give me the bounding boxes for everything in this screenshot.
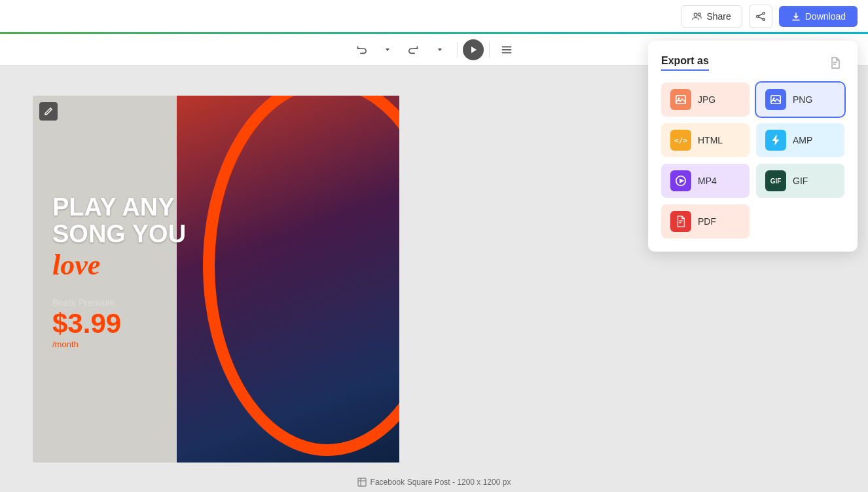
pdf-label: PDF bbox=[698, 216, 716, 227]
resize-icon bbox=[357, 478, 367, 487]
gif-label: GIF bbox=[793, 176, 808, 186]
toolbar-separator bbox=[457, 42, 458, 58]
undo-button[interactable] bbox=[350, 38, 373, 62]
amp-label: AMP bbox=[793, 135, 812, 145]
export-jpg-option[interactable]: JPG bbox=[661, 83, 750, 117]
redo-dropdown-button[interactable] bbox=[428, 38, 452, 62]
png-label: PNG bbox=[793, 94, 812, 105]
export-amp-option[interactable]: AMP bbox=[756, 123, 844, 157]
svg-point-2 bbox=[763, 12, 765, 14]
share-network-button[interactable] bbox=[749, 5, 772, 28]
export-gif-option[interactable]: GIF GIF bbox=[756, 164, 844, 198]
canvas-period: /month bbox=[52, 339, 186, 349]
export-mp4-option[interactable]: MP4 bbox=[661, 164, 750, 198]
pdf-icon bbox=[670, 211, 691, 232]
canvas-size-label: Facebook Square Post - 1200 x 1200 px bbox=[371, 478, 511, 487]
menu-button[interactable] bbox=[495, 38, 518, 62]
users-icon bbox=[692, 11, 702, 22]
html-label: HTML bbox=[698, 135, 723, 145]
redo-button[interactable] bbox=[402, 38, 425, 62]
svg-point-0 bbox=[695, 13, 698, 16]
export-title: Export as bbox=[661, 55, 709, 71]
undo-icon bbox=[355, 44, 367, 56]
jpg-icon bbox=[670, 89, 691, 110]
svg-line-6 bbox=[759, 16, 763, 18]
status-text: Facebook Square Post - 1200 x 1200 px bbox=[357, 478, 511, 487]
html-icon: </> bbox=[670, 130, 691, 151]
chevron-down-icon bbox=[384, 47, 391, 53]
export-html-option[interactable]: </> HTML bbox=[661, 123, 750, 157]
play-icon bbox=[469, 46, 477, 54]
redo-icon bbox=[408, 44, 420, 56]
svg-line-5 bbox=[759, 14, 763, 16]
mp4-icon bbox=[670, 170, 691, 191]
svg-rect-12 bbox=[358, 478, 366, 486]
download-button[interactable]: Download bbox=[779, 6, 858, 27]
canvas-love-text: love bbox=[52, 248, 186, 282]
status-bar: Facebook Square Post - 1200 x 1200 px bbox=[0, 472, 868, 492]
undo-dropdown-button[interactable] bbox=[376, 38, 399, 62]
svg-rect-9 bbox=[502, 46, 511, 47]
hamburger-icon bbox=[501, 44, 513, 56]
amp-icon bbox=[765, 130, 786, 151]
canvas-text-block: PLAY ANY SONG YOU love Beats Premium $3.… bbox=[52, 194, 186, 350]
design-canvas[interactable]: PLAY ANY SONG YOU love Beats Premium $3.… bbox=[33, 96, 399, 463]
export-doc-icon-button[interactable] bbox=[826, 54, 844, 72]
export-options-grid: JPG PNG </> HTML AM bbox=[661, 83, 844, 238]
svg-point-3 bbox=[756, 15, 758, 17]
document-icon bbox=[829, 56, 842, 69]
svg-rect-10 bbox=[502, 49, 511, 50]
download-label: Download bbox=[805, 11, 846, 22]
canvas-price: $3.99 bbox=[52, 308, 186, 339]
export-header: Export as bbox=[661, 54, 844, 72]
edit-icon-button[interactable] bbox=[39, 102, 58, 121]
chevron-down-2-icon bbox=[437, 47, 443, 53]
export-panel: Export as JPG bbox=[648, 41, 858, 252]
pencil-icon bbox=[44, 107, 53, 116]
canvas-subtitle: Beats Premium bbox=[52, 297, 186, 308]
png-icon bbox=[765, 89, 786, 110]
svg-rect-17 bbox=[676, 96, 685, 104]
svg-point-4 bbox=[763, 18, 765, 20]
export-png-option[interactable]: PNG bbox=[756, 83, 844, 117]
play-button[interactable] bbox=[463, 39, 484, 60]
svg-point-1 bbox=[698, 12, 701, 15]
jpg-label: JPG bbox=[698, 94, 715, 105]
share-button[interactable]: Share bbox=[681, 5, 742, 28]
svg-marker-8 bbox=[471, 47, 477, 53]
toolbar-separator-2 bbox=[489, 42, 490, 58]
share-label: Share bbox=[706, 11, 731, 22]
svg-marker-22 bbox=[679, 178, 684, 183]
topbar: Share Download bbox=[0, 0, 868, 34]
download-icon bbox=[791, 11, 801, 22]
share-icon bbox=[755, 11, 766, 22]
canvas-headline-1: PLAY ANY bbox=[52, 194, 186, 221]
svg-rect-19 bbox=[771, 96, 780, 104]
export-pdf-option[interactable]: PDF bbox=[661, 204, 750, 238]
gif-icon: GIF bbox=[765, 170, 786, 191]
canvas-headline-2: SONG YOU bbox=[52, 221, 186, 248]
svg-rect-11 bbox=[502, 52, 511, 53]
mp4-label: MP4 bbox=[698, 176, 717, 186]
